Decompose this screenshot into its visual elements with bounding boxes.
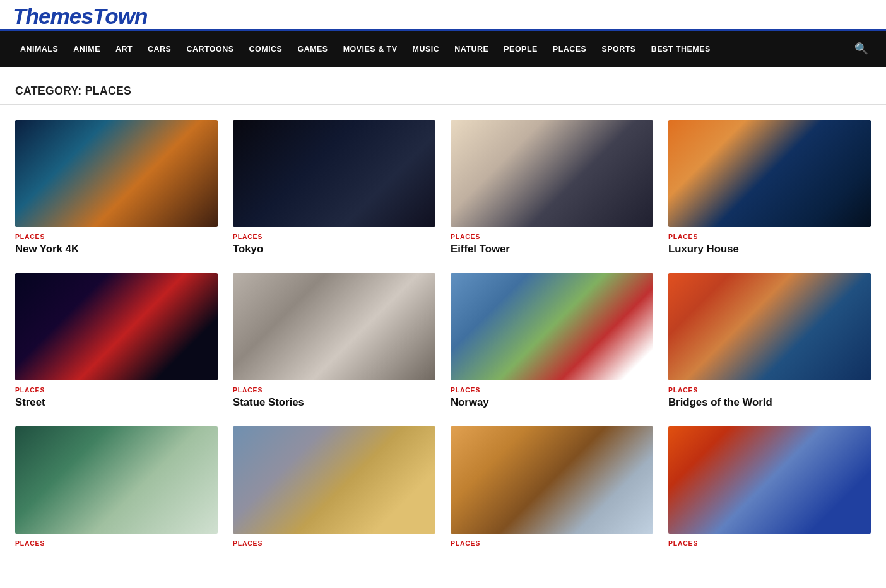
card-category-label: PLACES bbox=[15, 387, 218, 394]
card-street[interactable]: PLACESStreet bbox=[15, 273, 218, 409]
card-norway[interactable]: PLACESNorway bbox=[451, 273, 653, 409]
card-category-label: PLACES bbox=[668, 540, 871, 547]
nav-item-games[interactable]: GAMES bbox=[290, 33, 335, 65]
card-statue[interactable]: PLACESStatue Stories bbox=[233, 273, 435, 409]
card-bridges[interactable]: PLACESBridges of the World bbox=[668, 273, 871, 409]
card-waterfall[interactable]: PLACES bbox=[15, 426, 218, 550]
card-category-label: PLACES bbox=[451, 233, 653, 240]
nav-item-nature[interactable]: NATURE bbox=[447, 33, 496, 65]
card-category-label: PLACES bbox=[15, 233, 218, 240]
logo[interactable]: ThemesTown bbox=[13, 4, 148, 28]
nav-item-animals[interactable]: ANIMALS bbox=[13, 33, 66, 65]
card-cityview[interactable]: PLACES bbox=[451, 426, 653, 550]
nav-item-sports[interactable]: SPORTS bbox=[594, 33, 643, 65]
search-icon-wrap[interactable]: 🔍 bbox=[849, 31, 873, 67]
nav-item-cars[interactable]: CARS bbox=[140, 33, 179, 65]
nav-item-people[interactable]: PEOPLE bbox=[496, 33, 545, 65]
card-category-label: PLACES bbox=[233, 233, 435, 240]
card-title: Norway bbox=[451, 396, 653, 409]
card-title: Eiffel Tower bbox=[451, 243, 653, 256]
nav-item-places[interactable]: PLACES bbox=[545, 33, 594, 65]
nav-item-comics[interactable]: COMICS bbox=[242, 33, 290, 65]
nav-item-anime[interactable]: ANIME bbox=[66, 33, 108, 65]
card-grid: PLACESNew York 4KPLACESTokyoPLACESEiffel… bbox=[0, 120, 886, 570]
card-dome[interactable]: PLACES bbox=[233, 426, 435, 550]
card-eiffel[interactable]: PLACESEiffel Tower bbox=[451, 120, 653, 256]
card-newyork[interactable]: PLACESNew York 4K bbox=[15, 120, 218, 256]
card-title: Street bbox=[15, 396, 218, 409]
main-nav: ANIMALSANIMEARTCARSCARTOONSCOMICSGAMESMO… bbox=[0, 31, 886, 67]
card-category-label: PLACES bbox=[451, 540, 653, 547]
category-heading: CATEGORY: PLACES bbox=[0, 67, 886, 105]
card-sunset[interactable]: PLACES bbox=[668, 426, 871, 550]
nav-item-cartoons[interactable]: CARTOONS bbox=[179, 33, 241, 65]
nav-item-movies---tv[interactable]: MOVIES & TV bbox=[336, 33, 405, 65]
card-title: New York 4K bbox=[15, 243, 218, 256]
card-category-label: PLACES bbox=[451, 387, 653, 394]
card-category-label: PLACES bbox=[233, 387, 435, 394]
card-tokyo[interactable]: PLACESTokyo bbox=[233, 120, 435, 256]
logo-bar: ThemesTown bbox=[0, 0, 886, 31]
card-title: Luxury House bbox=[668, 243, 871, 256]
nav-item-best-themes[interactable]: BEST THEMES bbox=[644, 33, 718, 65]
card-category-label: PLACES bbox=[15, 540, 218, 547]
card-category-label: PLACES bbox=[668, 387, 871, 394]
nav-item-music[interactable]: MUSIC bbox=[405, 33, 447, 65]
card-luxury[interactable]: PLACESLuxury House bbox=[668, 120, 871, 256]
nav-item-art[interactable]: ART bbox=[108, 33, 140, 65]
card-category-label: PLACES bbox=[233, 540, 435, 547]
card-title: Tokyo bbox=[233, 243, 435, 256]
card-title: Statue Stories bbox=[233, 396, 435, 409]
card-title: Bridges of the World bbox=[668, 396, 871, 409]
card-category-label: PLACES bbox=[668, 233, 871, 240]
